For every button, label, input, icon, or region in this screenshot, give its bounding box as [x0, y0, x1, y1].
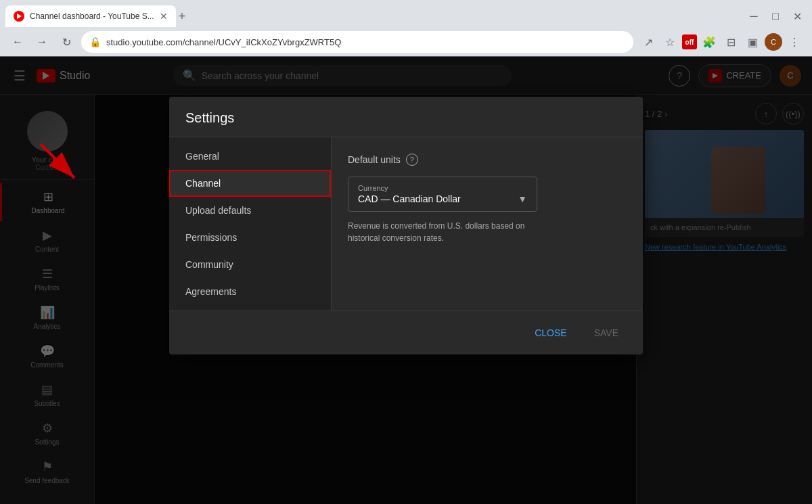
section-title: Default units ?: [348, 154, 627, 166]
browser-address-bar: ← → ↻ 🔒 studio.youtube.com/channel/UCvY_…: [0, 27, 812, 57]
svg-marker-0: [17, 14, 22, 19]
settings-nav-permissions[interactable]: Permissions: [169, 224, 331, 251]
modal-title: Settings: [169, 97, 643, 137]
section-title-text: Default units: [348, 154, 401, 165]
browser-action-buttons: ↗ ☆ off 🧩 ⊟ ▣ C ⋮: [639, 32, 804, 51]
settings-nav-agreements[interactable]: Agreements: [169, 278, 331, 305]
currency-value: CAD — Canadian Dollar: [358, 193, 461, 204]
modal-backdrop: Settings General Channel Upload defaults…: [0, 56, 812, 504]
url-text: studio.youtube.com/channel/UCvY_iICkXoZY…: [106, 37, 625, 47]
info-icon[interactable]: ?: [406, 154, 418, 166]
extensions-button[interactable]: 🧩: [700, 32, 719, 51]
close-window-button[interactable]: ✕: [788, 7, 807, 26]
settings-nav-general[interactable]: General: [169, 143, 331, 170]
modal-main-content: Default units ? Currency CAD — Canadian …: [332, 137, 643, 311]
url-bar[interactable]: 🔒 studio.youtube.com/channel/UCvY_iICkXo…: [81, 31, 633, 53]
tab-favicon: [14, 11, 24, 22]
share-button[interactable]: ↗: [639, 32, 658, 51]
modal-sidebar-nav: General Channel Upload defaults Permissi…: [169, 137, 332, 311]
tab-title: Channel dashboard - YouTube S...: [30, 12, 154, 21]
profile-button[interactable]: ⊟: [721, 32, 740, 51]
save-button[interactable]: SAVE: [586, 322, 627, 344]
svg-line-2: [41, 144, 74, 178]
bookmark-button[interactable]: ☆: [660, 32, 679, 51]
extension-off-icon[interactable]: off: [682, 35, 697, 49]
currency-dropdown[interactable]: Currency CAD — Canadian Dollar ▼: [348, 177, 537, 212]
arrow-svg: [34, 137, 88, 191]
currency-label: Currency: [358, 184, 527, 192]
browser-chrome: Channel dashboard - YouTube S... ✕ + ─ □…: [0, 0, 812, 57]
lock-icon: 🔒: [89, 37, 101, 47]
settings-nav-community[interactable]: Community: [169, 251, 331, 278]
modal-footer: CLOSE SAVE: [169, 311, 643, 354]
settings-modal: Settings General Channel Upload defaults…: [169, 97, 643, 354]
maximize-button[interactable]: □: [766, 7, 785, 26]
tab-close-button[interactable]: ✕: [160, 11, 168, 22]
red-arrow-annotation: [34, 137, 88, 194]
back-button[interactable]: ←: [8, 32, 27, 51]
modal-body: General Channel Upload defaults Permissi…: [169, 137, 643, 311]
currency-value-row: CAD — Canadian Dollar ▼: [358, 193, 527, 204]
reload-button[interactable]: ↻: [57, 32, 76, 51]
currency-note: Revenue is converted from U.S. dollars b…: [348, 220, 551, 244]
browser-title-bar: Channel dashboard - YouTube S... ✕ + ─ □…: [0, 0, 812, 27]
settings-nav-upload-defaults[interactable]: Upload defaults: [169, 197, 331, 224]
minimize-button[interactable]: ─: [744, 7, 763, 26]
sidebar-toggle-button[interactable]: ▣: [743, 32, 762, 51]
dropdown-arrow-icon: ▼: [518, 193, 527, 204]
browser-avatar[interactable]: C: [765, 33, 782, 51]
forward-button[interactable]: →: [32, 32, 51, 51]
browser-tab[interactable]: Channel dashboard - YouTube S... ✕: [5, 5, 176, 27]
menu-button[interactable]: ⋮: [785, 32, 804, 51]
new-tab-button[interactable]: +: [179, 9, 186, 24]
settings-nav-channel[interactable]: Channel: [169, 170, 331, 197]
close-button[interactable]: CLOSE: [526, 322, 574, 344]
